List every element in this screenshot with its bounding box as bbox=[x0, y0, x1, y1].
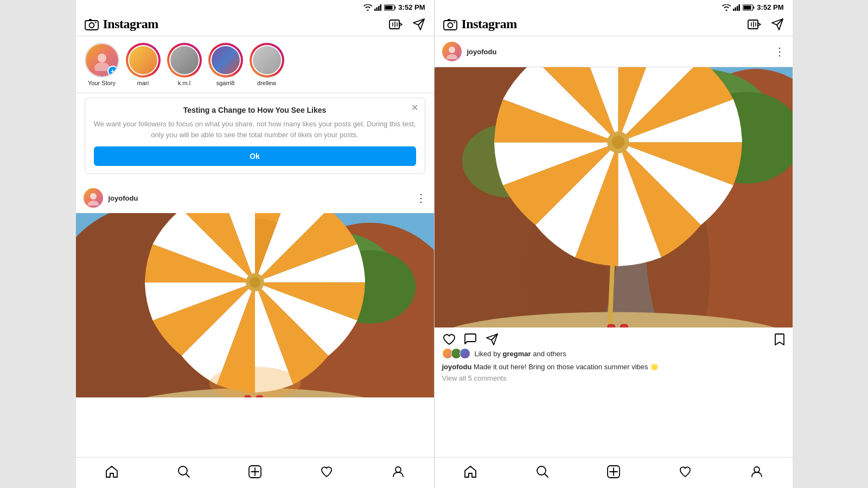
svg-point-58 bbox=[446, 54, 457, 59]
story-ring-sgarri8 bbox=[208, 43, 243, 78]
svg-point-10 bbox=[95, 22, 96, 23]
post-user-info-left: joyofodu bbox=[84, 188, 138, 208]
banner-body: We want your followers to focus on what … bbox=[94, 119, 416, 140]
post-more-button-left[interactable]: ⋮ bbox=[416, 192, 426, 203]
share-button-right[interactable] bbox=[486, 333, 499, 346]
bottom-nav-left bbox=[76, 457, 434, 488]
like-button-right[interactable] bbox=[442, 333, 456, 346]
post-left: joyofodu ⋮ bbox=[76, 183, 434, 397]
story-mari[interactable]: mari bbox=[126, 43, 161, 86]
banner-ok-button[interactable]: Ok bbox=[94, 146, 416, 166]
post-user-info-right: joyofodu bbox=[442, 42, 497, 61]
liked-by-text: Liked by gregmar and others bbox=[475, 350, 566, 358]
svg-point-79 bbox=[611, 136, 624, 149]
igtv-icon-right[interactable] bbox=[747, 18, 761, 31]
bottom-nav-right bbox=[435, 457, 793, 488]
nav-search-right[interactable] bbox=[529, 463, 556, 480]
battery-icon bbox=[384, 4, 396, 11]
header-icons-right bbox=[747, 18, 784, 31]
svg-rect-81 bbox=[620, 324, 628, 328]
svg-point-53 bbox=[448, 23, 452, 28]
post-username-right[interactable]: joyofodu bbox=[467, 48, 497, 56]
svg-rect-45 bbox=[733, 9, 735, 11]
svg-point-89 bbox=[754, 467, 760, 472]
nav-home-left[interactable] bbox=[98, 463, 125, 480]
nav-likes-right[interactable] bbox=[672, 463, 698, 480]
svg-rect-48 bbox=[739, 4, 741, 11]
svg-point-33 bbox=[249, 277, 260, 288]
logo-area-right: Instagram bbox=[443, 17, 517, 31]
post-more-button-right[interactable]: ⋮ bbox=[774, 46, 785, 57]
svg-rect-5 bbox=[395, 7, 396, 9]
svg-point-8 bbox=[89, 23, 94, 28]
svg-rect-1 bbox=[376, 7, 378, 11]
post-caption-right: joyofodu Made it out here! Bring on thos… bbox=[435, 362, 793, 374]
banner-close-button[interactable]: ✕ bbox=[411, 104, 418, 112]
svg-rect-11 bbox=[390, 20, 399, 29]
signal-icon bbox=[374, 4, 382, 11]
nav-profile-left[interactable] bbox=[385, 463, 411, 480]
svg-rect-46 bbox=[735, 7, 737, 11]
post-avatar-right[interactable] bbox=[442, 42, 462, 61]
story-your-story[interactable]: + Your Story bbox=[85, 43, 119, 86]
caption-text-right: Made it out here! Bring on those vacatio… bbox=[474, 363, 659, 371]
post-actions-right bbox=[435, 328, 793, 348]
liked-avatar-3 bbox=[459, 348, 470, 359]
post-header-right: joyofodu ⋮ bbox=[435, 36, 793, 67]
svg-rect-50 bbox=[754, 7, 755, 9]
svg-rect-2 bbox=[378, 6, 380, 11]
stories-row-left: + Your Story mari bbox=[76, 36, 434, 93]
post-image-right bbox=[435, 67, 793, 328]
caption-username-right[interactable]: joyofodu bbox=[442, 363, 472, 371]
instagram-logo-left: Instagram bbox=[103, 17, 158, 31]
dm-icon-right[interactable] bbox=[771, 18, 784, 31]
camera-icon-left[interactable] bbox=[85, 18, 99, 30]
post-header-left: joyofodu ⋮ bbox=[76, 183, 434, 213]
wifi-icon bbox=[363, 4, 372, 11]
story-kml[interactable]: k.m.l bbox=[167, 43, 202, 86]
igtv-icon-left[interactable] bbox=[388, 18, 403, 31]
view-comments-right[interactable]: View all 5 comments bbox=[435, 374, 793, 387]
your-story-avatar: + bbox=[85, 43, 119, 78]
svg-point-57 bbox=[449, 47, 455, 53]
svg-line-85 bbox=[545, 474, 548, 478]
svg-rect-80 bbox=[607, 324, 615, 328]
nav-profile-right[interactable] bbox=[744, 463, 770, 480]
time-right: 3:52 PM bbox=[757, 3, 783, 11]
post-username-left[interactable]: joyofodu bbox=[108, 194, 138, 202]
ig-header-left: Instagram bbox=[76, 12, 434, 36]
right-phone: 3:52 PM Instagram bbox=[435, 0, 793, 488]
bookmark-button-right[interactable] bbox=[774, 333, 785, 346]
svg-rect-54 bbox=[448, 19, 450, 21]
svg-rect-56 bbox=[748, 20, 758, 29]
left-phone: 3:52 PM Instagram bbox=[76, 0, 434, 488]
svg-point-44 bbox=[395, 467, 401, 472]
status-bar-right: 3:52 PM bbox=[435, 0, 793, 12]
nav-add-right[interactable] bbox=[601, 463, 627, 480]
svg-rect-3 bbox=[380, 4, 382, 11]
liked-avatars bbox=[442, 348, 470, 359]
your-story-label: Your Story bbox=[88, 80, 116, 86]
story-drellew[interactable]: drellew bbox=[250, 43, 284, 86]
story-sgarri8[interactable]: sgarri8 bbox=[208, 43, 243, 86]
status-bar-left: 3:52 PM bbox=[76, 0, 434, 12]
camera-icon-right[interactable] bbox=[443, 18, 457, 30]
story-name-drellew: drellew bbox=[257, 80, 276, 86]
post-avatar-left[interactable] bbox=[84, 188, 103, 208]
nav-add-left[interactable] bbox=[242, 463, 268, 480]
story-ring-drellew bbox=[250, 43, 284, 78]
post-image-left bbox=[76, 213, 434, 397]
story-name-mari: mari bbox=[137, 80, 149, 86]
signal-icon-right bbox=[733, 4, 741, 11]
nav-home-right[interactable] bbox=[457, 463, 484, 480]
dm-icon-left[interactable] bbox=[412, 18, 425, 31]
banner-title: Testing a Change to How You See Likes bbox=[94, 106, 416, 114]
nav-likes-left[interactable] bbox=[314, 463, 340, 480]
comment-button-right[interactable] bbox=[464, 333, 478, 346]
nav-search-left[interactable] bbox=[171, 463, 197, 480]
battery-icon-right bbox=[743, 4, 755, 11]
svg-line-40 bbox=[186, 474, 189, 478]
svg-point-12 bbox=[98, 54, 106, 62]
svg-rect-47 bbox=[737, 6, 738, 11]
story-ring-kml bbox=[167, 43, 202, 78]
